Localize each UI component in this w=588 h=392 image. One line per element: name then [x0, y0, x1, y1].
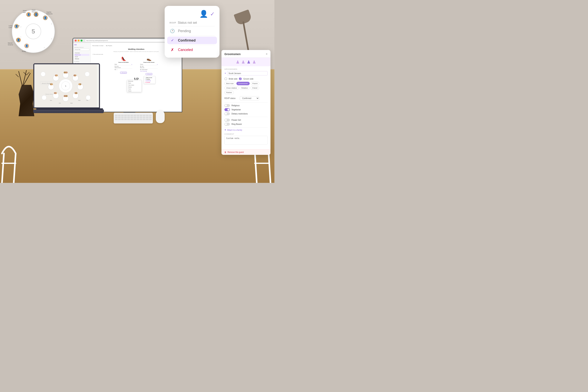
- show-advanced-toggle[interactable]: ☐ Show advanced mode: [92, 54, 103, 55]
- tag-partner[interactable]: Partner: [224, 91, 234, 94]
- rsvp-status-select[interactable]: Confirmed Pending Canceled Status not se…: [240, 96, 259, 100]
- rsvp-status-not-set[interactable]: — Status not set: [144, 77, 155, 78]
- bride-add-guest-btn[interactable]: + Add guest: [120, 72, 127, 74]
- svg-text:John: John: [59, 102, 61, 104]
- bride-guest-label: Guest of the Bride: [115, 62, 132, 63]
- tag-groomsmen[interactable]: Groomsmen: [236, 82, 250, 85]
- bride-side-label: Bride side: [229, 78, 237, 80]
- svg-point-27: [78, 83, 80, 85]
- dropdown-bridesmaid[interactable]: Bridesmaid: [127, 80, 142, 82]
- ring-bearer-toggle-row: Ring Bearer: [224, 123, 268, 126]
- religious-toggle[interactable]: [224, 104, 230, 107]
- svg-text:Dance Area: Dance Area: [46, 94, 53, 95]
- relationship-tags: Best man Groomsmen Parent Close relative…: [224, 82, 268, 94]
- sidebar-section-planning: PLANNING: [74, 61, 90, 62]
- svg-line-51: [255, 152, 257, 183]
- wheel-number: 8: [51, 23, 52, 25]
- sidebar-overview[interactable]: Overview: [74, 52, 90, 54]
- bride-guest-column: 👠 Guest of the Bride Bride ▲ Mr. Anna Ma…: [115, 56, 132, 75]
- fullscreen-window-btn[interactable]: [80, 40, 82, 42]
- wheel-number: 2: [20, 26, 21, 28]
- relationship-dropdown[interactable]: Bridesmaid Parent Close relative Relativ…: [127, 80, 142, 92]
- keyboard[interactable]: [114, 113, 153, 124]
- groom-icon: 👞: [140, 56, 158, 61]
- svg-point-39: [42, 95, 46, 100]
- wheel-number: 9: [51, 38, 52, 40]
- keyboard-keys: [114, 114, 153, 121]
- flower-girl-label: Flower Girl: [232, 119, 241, 121]
- tag-relative[interactable]: Relative: [240, 86, 250, 90]
- dropdown-relative[interactable]: Relative: [127, 86, 142, 88]
- svg-line-48: [2, 154, 4, 183]
- sidebar-guest-list[interactable]: Guest List: [74, 54, 90, 56]
- rsvp-pending[interactable]: 🕐 Pending: [144, 78, 155, 80]
- tag-friend[interactable]: Friend: [250, 86, 259, 90]
- rsvp-label: RSVP: [170, 22, 176, 24]
- tag-best-man[interactable]: Best man: [224, 82, 236, 85]
- flower-girl-toggle[interactable]: [224, 118, 230, 122]
- rsvp-mini-dropdown[interactable]: — Status not set 🕐 Pending ✓ Confirmed ✗…: [144, 76, 156, 84]
- bride-fields: Bride ▲ Mr. Anna Maid of Honor Ms. —: [115, 64, 132, 70]
- tag-close-relative[interactable]: Close relative: [224, 86, 239, 90]
- svg-text:5: 5: [65, 85, 66, 87]
- minimize-window-btn[interactable]: [78, 40, 80, 42]
- ring-bearer-label: Ring Bearer: [232, 123, 242, 125]
- dropdown-friend[interactable]: Friend: [127, 88, 142, 90]
- svg-text:Cleo: Cleo: [86, 100, 88, 101]
- rsvp-canceled-option[interactable]: ✗ Canceled: [170, 46, 214, 54]
- wheel-name: Emily: [22, 50, 26, 52]
- bride-side-radio[interactable]: [224, 78, 227, 80]
- rsvp-checkmark-icon: ✓: [210, 11, 214, 17]
- rsvp-status-label: RSVP status: [224, 97, 238, 99]
- svg-point-40: [86, 95, 90, 100]
- panel-header: Groomsmen ×: [222, 50, 270, 58]
- decorative-vase: [18, 85, 34, 116]
- rsvp-confirmed-option[interactable]: ✓ Confirmed: [167, 37, 217, 44]
- status-not-set-label[interactable]: Status not set: [178, 21, 197, 24]
- sidebar-rsvp[interactable]: RSVP: [74, 56, 90, 58]
- svg-line-52: [268, 152, 270, 183]
- groomsmen-panel: Groomsmen × ♟ ♟ ♟ ♟ Groomsmen ▼ Bride si…: [222, 50, 270, 155]
- computer-mouse[interactable]: [156, 110, 165, 123]
- trash-icon: 🗑: [224, 151, 226, 153]
- dropdown-close-relative[interactable]: Close relative: [127, 84, 142, 86]
- rsvp-confirmed[interactable]: ✓ Confirmed: [144, 80, 155, 82]
- vegetarian-toggle[interactable]: [224, 108, 230, 111]
- comment-textarea[interactable]: Custom note.: [224, 136, 268, 145]
- attach-label: Attach to a family: [227, 129, 242, 131]
- svg-line-49: [14, 154, 16, 183]
- guest-name-input[interactable]: [227, 71, 268, 76]
- dropdown-arrow-icon: ▼: [224, 72, 226, 74]
- attach-family-link[interactable]: ⚑ Attach to a family: [224, 129, 268, 131]
- checkmark-icon: ✓: [170, 38, 175, 42]
- rsvp-pending-option[interactable]: 🕐 Pending: [170, 27, 214, 35]
- dietary-label: Dietary restrictions: [232, 113, 248, 115]
- svg-line-5: [26, 72, 30, 75]
- panel-title: Groomsmen: [224, 52, 240, 56]
- svg-text:Anna & Stuart: Anna & Stuart: [42, 83, 50, 84]
- remove-guest-btn[interactable]: 🗑 Remove this guest: [222, 149, 270, 155]
- project-name[interactable]: Anna & Tom: [74, 48, 90, 51]
- ring-bearer-toggle[interactable]: [224, 123, 230, 126]
- svg-line-2: [22, 73, 30, 87]
- rsvp-canceled[interactable]: ✗ Canceled: [144, 82, 155, 83]
- panel-avatars: ♟ ♟ ♟ ♟: [222, 58, 270, 66]
- dietary-toggle[interactable]: [224, 112, 230, 115]
- svg-point-22: [64, 72, 66, 74]
- wheel-number: 3: [44, 47, 45, 48]
- wheel-number: 1: [20, 36, 21, 38]
- find-vendor-link[interactable]: Find vendor or venue: [92, 45, 104, 46]
- my-projects-link[interactable]: My Projects: [106, 45, 112, 46]
- wheel-name: ElijahRamirez: [32, 9, 38, 13]
- svg-text:Elijah: Elijah: [70, 102, 73, 104]
- dropdown-parent[interactable]: Parent: [127, 82, 142, 84]
- dropdown-partner[interactable]: Partner: [127, 90, 142, 92]
- sidebar-website[interactable]: Website: [74, 58, 90, 60]
- panel-close-btn[interactable]: ×: [266, 52, 268, 56]
- groom-side-radio[interactable]: [239, 78, 242, 80]
- scott-jensen-link[interactable]: Scott Jensen ▶: [140, 70, 158, 72]
- groom-add-guest-btn[interactable]: + Add guest: [146, 73, 152, 75]
- tag-parent[interactable]: Parent: [251, 82, 260, 85]
- close-window-btn[interactable]: [75, 40, 77, 42]
- svg-point-38: [56, 74, 58, 76]
